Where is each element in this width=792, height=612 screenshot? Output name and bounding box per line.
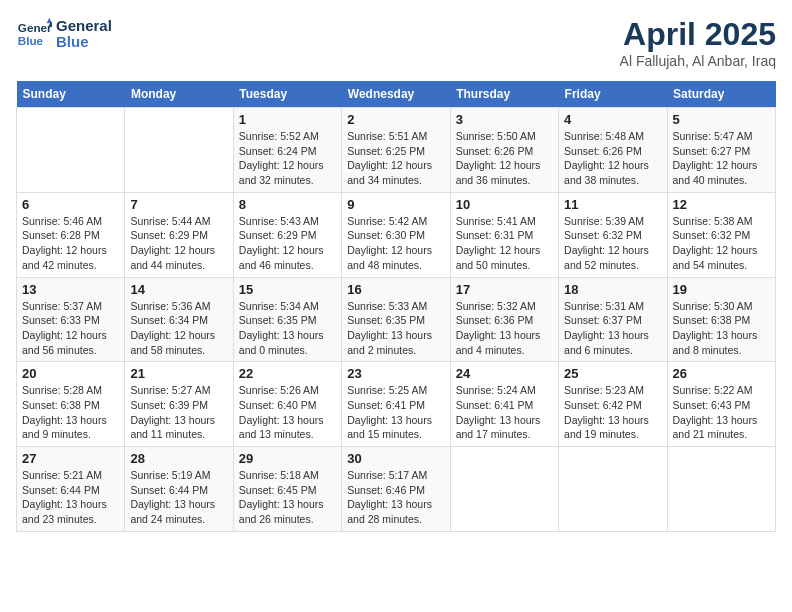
month-year-title: April 2025 <box>620 16 776 53</box>
sunset-text: Sunset: 6:32 PM <box>564 229 642 241</box>
calendar-cell: 14 Sunrise: 5:36 AM Sunset: 6:34 PM Dayl… <box>125 277 233 362</box>
sunrise-text: Sunrise: 5:52 AM <box>239 130 319 142</box>
day-number: 10 <box>456 197 553 212</box>
sunset-text: Sunset: 6:42 PM <box>564 399 642 411</box>
calendar-cell: 12 Sunrise: 5:38 AM Sunset: 6:32 PM Dayl… <box>667 192 775 277</box>
day-number: 28 <box>130 451 227 466</box>
daylight-text: Daylight: 13 hours and 6 minutes. <box>564 329 649 356</box>
day-number: 22 <box>239 366 336 381</box>
calendar-cell: 21 Sunrise: 5:27 AM Sunset: 6:39 PM Dayl… <box>125 362 233 447</box>
sunrise-text: Sunrise: 5:17 AM <box>347 469 427 481</box>
calendar-cell: 2 Sunrise: 5:51 AM Sunset: 6:25 PM Dayli… <box>342 108 450 193</box>
sunrise-text: Sunrise: 5:46 AM <box>22 215 102 227</box>
sunset-text: Sunset: 6:29 PM <box>239 229 317 241</box>
day-number: 8 <box>239 197 336 212</box>
calendar-cell: 29 Sunrise: 5:18 AM Sunset: 6:45 PM Dayl… <box>233 447 341 532</box>
sunset-text: Sunset: 6:45 PM <box>239 484 317 496</box>
calendar-body: 1 Sunrise: 5:52 AM Sunset: 6:24 PM Dayli… <box>17 108 776 532</box>
calendar-cell <box>559 447 667 532</box>
day-number: 1 <box>239 112 336 127</box>
calendar-cell: 13 Sunrise: 5:37 AM Sunset: 6:33 PM Dayl… <box>17 277 125 362</box>
day-number: 9 <box>347 197 444 212</box>
sunset-text: Sunset: 6:35 PM <box>239 314 317 326</box>
day-number: 30 <box>347 451 444 466</box>
logo-blue: Blue <box>56 34 112 51</box>
sunrise-text: Sunrise: 5:24 AM <box>456 384 536 396</box>
sunrise-text: Sunrise: 5:26 AM <box>239 384 319 396</box>
daylight-text: Daylight: 13 hours and 24 minutes. <box>130 498 215 525</box>
calendar-cell: 28 Sunrise: 5:19 AM Sunset: 6:44 PM Dayl… <box>125 447 233 532</box>
day-number: 14 <box>130 282 227 297</box>
day-number: 26 <box>673 366 770 381</box>
daylight-text: Daylight: 12 hours and 38 minutes. <box>564 159 649 186</box>
daylight-text: Daylight: 12 hours and 54 minutes. <box>673 244 758 271</box>
calendar-cell: 3 Sunrise: 5:50 AM Sunset: 6:26 PM Dayli… <box>450 108 558 193</box>
calendar-week-row: 27 Sunrise: 5:21 AM Sunset: 6:44 PM Dayl… <box>17 447 776 532</box>
sunrise-text: Sunrise: 5:51 AM <box>347 130 427 142</box>
sunset-text: Sunset: 6:25 PM <box>347 145 425 157</box>
sunset-text: Sunset: 6:40 PM <box>239 399 317 411</box>
day-number: 27 <box>22 451 119 466</box>
sunrise-text: Sunrise: 5:19 AM <box>130 469 210 481</box>
calendar-cell: 30 Sunrise: 5:17 AM Sunset: 6:46 PM Dayl… <box>342 447 450 532</box>
calendar-cell: 17 Sunrise: 5:32 AM Sunset: 6:36 PM Dayl… <box>450 277 558 362</box>
day-number: 5 <box>673 112 770 127</box>
sunset-text: Sunset: 6:44 PM <box>22 484 100 496</box>
day-number: 7 <box>130 197 227 212</box>
sunset-text: Sunset: 6:41 PM <box>456 399 534 411</box>
sunset-text: Sunset: 6:37 PM <box>564 314 642 326</box>
calendar-table: SundayMondayTuesdayWednesdayThursdayFrid… <box>16 81 776 532</box>
calendar-cell: 24 Sunrise: 5:24 AM Sunset: 6:41 PM Dayl… <box>450 362 558 447</box>
daylight-text: Daylight: 12 hours and 52 minutes. <box>564 244 649 271</box>
sunset-text: Sunset: 6:39 PM <box>130 399 208 411</box>
daylight-text: Daylight: 13 hours and 9 minutes. <box>22 414 107 441</box>
sunset-text: Sunset: 6:36 PM <box>456 314 534 326</box>
calendar-cell: 7 Sunrise: 5:44 AM Sunset: 6:29 PM Dayli… <box>125 192 233 277</box>
calendar-week-row: 13 Sunrise: 5:37 AM Sunset: 6:33 PM Dayl… <box>17 277 776 362</box>
sunset-text: Sunset: 6:31 PM <box>456 229 534 241</box>
daylight-text: Daylight: 12 hours and 34 minutes. <box>347 159 432 186</box>
sunset-text: Sunset: 6:44 PM <box>130 484 208 496</box>
calendar-cell: 5 Sunrise: 5:47 AM Sunset: 6:27 PM Dayli… <box>667 108 775 193</box>
day-number: 17 <box>456 282 553 297</box>
sunset-text: Sunset: 6:28 PM <box>22 229 100 241</box>
sunrise-text: Sunrise: 5:39 AM <box>564 215 644 227</box>
daylight-text: Daylight: 13 hours and 4 minutes. <box>456 329 541 356</box>
day-number: 4 <box>564 112 661 127</box>
daylight-text: Daylight: 13 hours and 2 minutes. <box>347 329 432 356</box>
weekday-header-thursday: Thursday <box>450 81 558 108</box>
calendar-cell: 6 Sunrise: 5:46 AM Sunset: 6:28 PM Dayli… <box>17 192 125 277</box>
sunrise-text: Sunrise: 5:43 AM <box>239 215 319 227</box>
weekday-header-sunday: Sunday <box>17 81 125 108</box>
day-number: 11 <box>564 197 661 212</box>
sunset-text: Sunset: 6:38 PM <box>673 314 751 326</box>
day-number: 12 <box>673 197 770 212</box>
sunrise-text: Sunrise: 5:27 AM <box>130 384 210 396</box>
calendar-cell: 16 Sunrise: 5:33 AM Sunset: 6:35 PM Dayl… <box>342 277 450 362</box>
calendar-cell: 18 Sunrise: 5:31 AM Sunset: 6:37 PM Dayl… <box>559 277 667 362</box>
day-number: 3 <box>456 112 553 127</box>
sunset-text: Sunset: 6:30 PM <box>347 229 425 241</box>
daylight-text: Daylight: 13 hours and 0 minutes. <box>239 329 324 356</box>
day-number: 2 <box>347 112 444 127</box>
sunrise-text: Sunrise: 5:41 AM <box>456 215 536 227</box>
weekday-header-row: SundayMondayTuesdayWednesdayThursdayFrid… <box>17 81 776 108</box>
sunset-text: Sunset: 6:29 PM <box>130 229 208 241</box>
logo: General Blue General Blue <box>16 16 112 52</box>
daylight-text: Daylight: 13 hours and 23 minutes. <box>22 498 107 525</box>
sunset-text: Sunset: 6:46 PM <box>347 484 425 496</box>
calendar-cell <box>17 108 125 193</box>
sunrise-text: Sunrise: 5:36 AM <box>130 300 210 312</box>
title-block: April 2025 Al Fallujah, Al Anbar, Iraq <box>620 16 776 69</box>
calendar-cell: 20 Sunrise: 5:28 AM Sunset: 6:38 PM Dayl… <box>17 362 125 447</box>
calendar-cell: 27 Sunrise: 5:21 AM Sunset: 6:44 PM Dayl… <box>17 447 125 532</box>
weekday-header-friday: Friday <box>559 81 667 108</box>
day-number: 20 <box>22 366 119 381</box>
sunrise-text: Sunrise: 5:30 AM <box>673 300 753 312</box>
sunrise-text: Sunrise: 5:33 AM <box>347 300 427 312</box>
calendar-cell: 1 Sunrise: 5:52 AM Sunset: 6:24 PM Dayli… <box>233 108 341 193</box>
day-number: 16 <box>347 282 444 297</box>
day-number: 24 <box>456 366 553 381</box>
day-number: 25 <box>564 366 661 381</box>
sunrise-text: Sunrise: 5:28 AM <box>22 384 102 396</box>
